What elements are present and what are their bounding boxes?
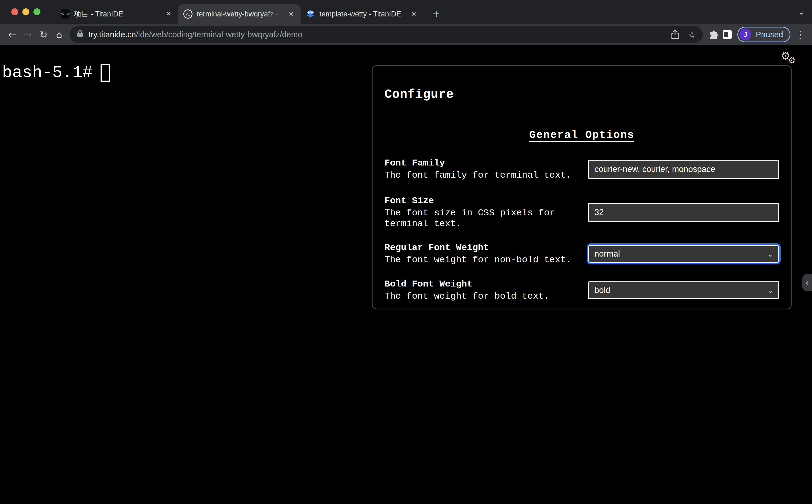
field-row-bold-font-weight: Bold Font Weight The font weight for bol…: [384, 279, 779, 302]
window-controls: [11, 8, 40, 15]
tab-strip: <t> 项目 - TitanIDE ✕ >_ terminal-wetty-bw…: [0, 0, 812, 24]
new-tab-button[interactable]: +: [429, 6, 444, 22]
regular-font-weight-select[interactable]: normal ⌄: [588, 245, 779, 263]
collapse-panel-button[interactable]: ‹: [802, 274, 812, 291]
terminal-favicon: >_: [183, 9, 192, 19]
field-description: The font family for terminal text.: [384, 170, 579, 181]
extensions-puzzle-icon[interactable]: [706, 27, 720, 42]
tab-terminal-wetty[interactable]: >_ terminal-wetty-bwqryafz - Tita ✕: [178, 4, 301, 24]
forward-icon[interactable]: →: [20, 27, 36, 42]
section-title: General Options: [384, 129, 779, 141]
chevron-down-icon: ⌄: [767, 250, 773, 258]
profile-chip[interactable]: J Paused: [737, 27, 790, 42]
field-label: Regular Font Weight: [384, 243, 579, 253]
terminal[interactable]: bash-5.1#: [2, 63, 110, 82]
settings-gears-icon[interactable]: ⚙ ⚙: [781, 50, 800, 66]
selected-value: normal: [594, 249, 620, 259]
tab-project[interactable]: <t> 项目 - TitanIDE ✕: [55, 4, 178, 24]
overflow-menu-icon[interactable]: ⋮: [793, 27, 808, 42]
field-label: Bold Font Weight: [384, 279, 579, 289]
font-family-input[interactable]: [588, 160, 779, 179]
watermark-text: demo@titanide.cn: [806, 49, 812, 86]
svg-text:(‹›): (‹›): [308, 11, 314, 14]
bookmark-star-icon[interactable]: ☆: [684, 27, 699, 42]
font-size-input[interactable]: [588, 203, 779, 222]
tab-overview-icon[interactable]: ⌄: [798, 6, 805, 17]
profile-status-label: Paused: [756, 30, 783, 39]
watermark-text: demo@titanide.cn: [806, 372, 812, 409]
field-row-font-size: Font Size The font size in CSS pixels fo…: [384, 196, 779, 229]
tab-title: terminal-wetty-bwqryafz - Tita: [197, 10, 282, 18]
avatar: J: [739, 29, 751, 40]
back-icon[interactable]: ←: [4, 27, 20, 42]
minimize-window-button[interactable]: [22, 8, 29, 15]
field-description: The font weight for bold text.: [384, 291, 579, 302]
page-content: bash-5.1# ⚙ ⚙ Configure General Options …: [0, 45, 812, 504]
tab-title: template-wetty - TitanIDE: [319, 10, 404, 18]
url-path: /ide/web/coding/terminal-wetty-bwqryafz/…: [136, 30, 302, 39]
field-label: Font Size: [384, 196, 579, 206]
watermark-text: demo@titanide.cn: [143, 240, 218, 277]
watermark-text: demo@titanide.cn: [143, 133, 218, 170]
titanide-favicon: <t>: [61, 9, 70, 19]
terminal-prompt: bash-5.1#: [2, 63, 92, 82]
gear-icon: ⚙: [788, 55, 796, 65]
watermark-text: demo@titanide.cn: [806, 157, 812, 194]
field-description: The font size in CSS pixels for terminal…: [384, 208, 579, 229]
chevron-left-icon: ‹: [805, 277, 809, 289]
chevron-down-icon: ⌄: [767, 286, 773, 295]
field-row-regular-font-weight: Regular Font Weight The font weight for …: [384, 243, 779, 265]
home-icon[interactable]: ⌂: [51, 27, 67, 42]
watermark-text: demo@titanide.cn: [806, 480, 812, 504]
selected-value: bold: [594, 285, 610, 295]
watermark-text: demo@titanide.cn: [364, 356, 439, 393]
field-row-font-family: Font Family The font family for terminal…: [384, 158, 779, 181]
close-icon[interactable]: ✕: [286, 9, 296, 19]
watermark-text: demo@titanide.cn: [585, 364, 660, 401]
layers-favicon: (‹›): [306, 9, 315, 19]
watermark-text: demo@titanide.cn: [585, 472, 660, 504]
lock-icon: [77, 29, 84, 40]
field-label: Font Family: [384, 158, 579, 168]
tab-title: 项目 - TitanIDE: [74, 9, 159, 19]
watermark-text: demo@titanide.cn: [143, 348, 218, 385]
reload-icon[interactable]: ↻: [36, 27, 51, 42]
zoom-window-button[interactable]: [33, 8, 40, 15]
close-icon[interactable]: ✕: [163, 9, 174, 19]
url-host: try.titanide.cn: [88, 30, 136, 39]
watermark-text: demo@titanide.cn: [143, 45, 218, 61]
configure-panel: Configure General Options Font Family Th…: [372, 65, 792, 309]
panel-title: Configure: [384, 88, 779, 102]
share-icon[interactable]: [668, 27, 682, 42]
tab-template-wetty[interactable]: (‹›) template-wetty - TitanIDE ✕: [301, 4, 423, 24]
watermark-text: demo@titanide.cn: [364, 464, 439, 501]
close-icon[interactable]: ✕: [409, 9, 419, 19]
watermark-text: demo@titanide.cn: [143, 456, 218, 493]
address-bar[interactable]: try.titanide.cn /ide/web/coding/terminal…: [70, 26, 703, 43]
bold-font-weight-select[interactable]: bold ⌄: [588, 281, 779, 299]
field-description: The font weight for non-bold text.: [384, 254, 579, 265]
close-window-button[interactable]: [11, 8, 18, 15]
tabs: <t> 项目 - TitanIDE ✕ >_ terminal-wetty-bw…: [55, 0, 444, 24]
tab-separator: [425, 10, 425, 19]
terminal-cursor: [101, 64, 110, 82]
side-panel-icon[interactable]: [720, 27, 735, 42]
browser-toolbar: ← → ↻ ⌂ try.titanide.cn /ide/web/coding/…: [0, 24, 812, 45]
